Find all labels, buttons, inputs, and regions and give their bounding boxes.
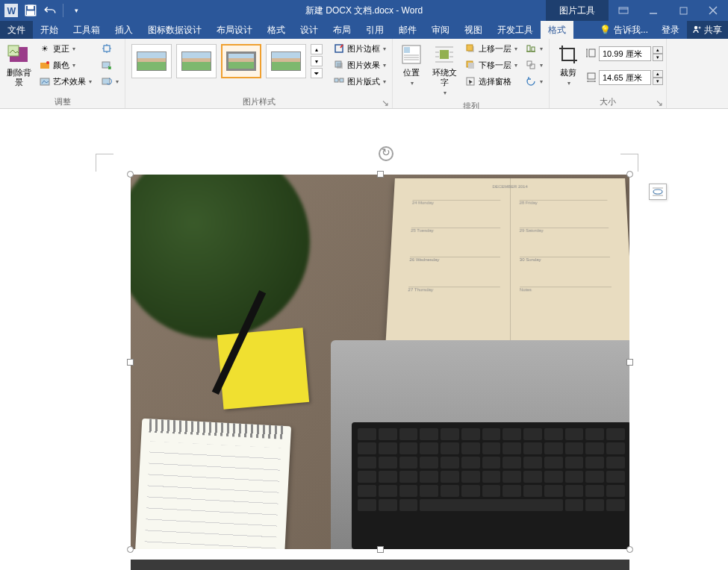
svg-rect-40 xyxy=(467,45,473,51)
svg-rect-20 xyxy=(102,78,110,84)
remove-background-button[interactable]: 删除背景 xyxy=(3,41,34,89)
resize-handle-s[interactable] xyxy=(377,546,384,553)
resize-handle-sw[interactable] xyxy=(127,546,134,553)
gallery-more-icon[interactable]: ⏷ xyxy=(311,68,323,78)
resize-handle-w[interactable] xyxy=(127,359,134,366)
tab-layout[interactable]: 布局 xyxy=(326,21,358,39)
svg-rect-4 xyxy=(28,11,34,16)
resize-handle-e[interactable] xyxy=(626,359,633,366)
tab-mailings[interactable]: 邮件 xyxy=(391,21,424,39)
titlebar-right: 图片工具 xyxy=(546,0,728,21)
selected-picture[interactable]: 24 Monday 25 Tuesday 26 Wednesday 27 Thu… xyxy=(131,175,629,549)
svg-rect-47 xyxy=(527,61,532,66)
svg-rect-45 xyxy=(532,47,535,51)
selection-pane-button[interactable]: 选择窗格 xyxy=(461,74,520,89)
svg-rect-48 xyxy=(530,64,535,69)
tab-insert[interactable]: 插入 xyxy=(108,21,140,39)
width-down-icon[interactable]: ▾ xyxy=(653,78,663,85)
svg-point-11 xyxy=(694,25,697,28)
resize-handle-se[interactable] xyxy=(626,546,633,553)
tab-developer[interactable]: 开发工具 xyxy=(490,21,541,39)
height-up-icon[interactable]: ▴ xyxy=(653,46,663,54)
align-button[interactable]: ▾ xyxy=(522,41,546,56)
layout-icon xyxy=(333,75,345,87)
tab-toolbox[interactable]: 工具箱 xyxy=(66,21,108,39)
width-input[interactable]: 14.65 厘米 xyxy=(599,70,651,85)
rotate-button[interactable]: ▾ xyxy=(522,74,546,89)
artistic-effects-button[interactable]: 艺术效果▾ xyxy=(36,74,95,89)
svg-rect-3 xyxy=(28,5,34,9)
svg-rect-24 xyxy=(335,78,338,82)
picture-style-gallery: ▴ ▾ ⏷ xyxy=(128,41,326,81)
style-thumb-3[interactable] xyxy=(221,44,261,78)
tab-picture-format[interactable]: 格式 xyxy=(541,21,573,39)
border-icon xyxy=(333,43,345,54)
rotation-handle[interactable] xyxy=(379,146,393,161)
color-button[interactable]: 颜色▾ xyxy=(36,57,95,72)
close-icon[interactable] xyxy=(698,0,728,21)
brightness-icon: ☀ xyxy=(39,43,51,54)
tab-review[interactable]: 审阅 xyxy=(424,21,457,39)
picture-effects-button[interactable]: 图片效果▾ xyxy=(330,57,389,72)
qat-customize-icon[interactable]: ▾ xyxy=(69,4,83,17)
share-icon xyxy=(693,25,702,36)
tab-view[interactable]: 视图 xyxy=(457,21,490,39)
wrap-text-button[interactable]: 环绕文字▾ xyxy=(429,41,460,99)
group-adjust: 删除背景 ☀更正▾ 颜色▾ 艺术效果▾ ▾ 调整 xyxy=(0,39,125,108)
size-dialog-launcher-icon[interactable]: ↘ xyxy=(656,98,665,107)
crop-button[interactable]: 裁剪▾ xyxy=(553,41,584,89)
svg-rect-5 xyxy=(619,7,628,13)
svg-rect-25 xyxy=(340,78,343,82)
login-button[interactable]: 登录 xyxy=(654,24,687,37)
change-picture-button[interactable] xyxy=(98,57,122,72)
gallery-scroll: ▴ ▾ ⏷ xyxy=(311,44,323,78)
reset-picture-button[interactable]: ▾ xyxy=(98,74,122,89)
group-picture-styles: ▴ ▾ ⏷ 图片边框▾ 图片效果▾ 图片版式▾ 图片样式 ↘ xyxy=(125,39,393,108)
document-canvas[interactable]: 24 Monday 25 Tuesday 26 Wednesday 27 Thu… xyxy=(0,109,728,570)
layout-options-button[interactable] xyxy=(649,184,667,200)
resize-handle-n[interactable] xyxy=(377,171,384,178)
save-icon[interactable] xyxy=(24,4,37,17)
tab-home[interactable]: 开始 xyxy=(33,21,66,39)
share-label: 共享 xyxy=(704,24,722,37)
height-down-icon[interactable]: ▾ xyxy=(653,54,663,61)
maximize-icon[interactable] xyxy=(668,0,698,21)
tab-references[interactable]: 引用 xyxy=(358,21,391,39)
rotate-icon xyxy=(525,75,537,87)
gallery-up-icon[interactable]: ▴ xyxy=(311,44,323,54)
tab-layout-design[interactable]: 布局设计 xyxy=(209,21,260,39)
tab-format1[interactable]: 格式 xyxy=(260,21,293,39)
compress-icon xyxy=(101,43,113,54)
width-up-icon[interactable]: ▴ xyxy=(653,70,663,78)
compress-pictures-button[interactable] xyxy=(98,41,122,56)
style-thumb-4[interactable] xyxy=(266,44,306,78)
picture-border-button[interactable]: 图片边框▾ xyxy=(330,41,389,56)
ribbon: 删除背景 ☀更正▾ 颜色▾ 艺术效果▾ ▾ 调整 ▴ xyxy=(0,39,728,109)
word-app-icon[interactable]: W xyxy=(4,4,18,17)
resize-handle-ne[interactable] xyxy=(626,171,633,178)
undo-icon[interactable] xyxy=(43,4,57,17)
ribbon-display-icon[interactable] xyxy=(609,0,638,21)
share-button[interactable]: 共享 xyxy=(687,21,728,39)
position-button[interactable]: 位置▾ xyxy=(396,41,427,89)
reset-icon xyxy=(101,75,113,87)
style-thumb-1[interactable] xyxy=(131,44,172,78)
minimize-icon[interactable] xyxy=(638,0,668,21)
send-backward-button[interactable]: 下移一层▾ xyxy=(461,57,520,72)
svg-rect-42 xyxy=(468,63,474,69)
tab-chart-design[interactable]: 图标数据设计 xyxy=(140,21,209,39)
picture-layout-button[interactable]: 图片版式▾ xyxy=(330,74,389,89)
margin-corner-tl xyxy=(96,154,113,172)
corrections-button[interactable]: ☀更正▾ xyxy=(36,41,95,56)
style-thumb-2[interactable] xyxy=(176,44,217,78)
group-objects-button[interactable]: ▾ xyxy=(522,57,546,72)
tab-file[interactable]: 文件 xyxy=(0,21,33,39)
height-input[interactable]: 10.99 厘米 xyxy=(599,46,651,61)
resize-handle-nw[interactable] xyxy=(127,171,134,178)
tell-me-label: 告诉我... xyxy=(614,24,648,37)
styles-dialog-launcher-icon[interactable]: ↘ xyxy=(382,98,391,107)
tell-me-search[interactable]: 💡 告诉我... xyxy=(594,24,654,37)
gallery-down-icon[interactable]: ▾ xyxy=(311,56,323,66)
tab-design[interactable]: 设计 xyxy=(293,21,326,39)
bring-forward-button[interactable]: 上移一层▾ xyxy=(461,41,520,56)
